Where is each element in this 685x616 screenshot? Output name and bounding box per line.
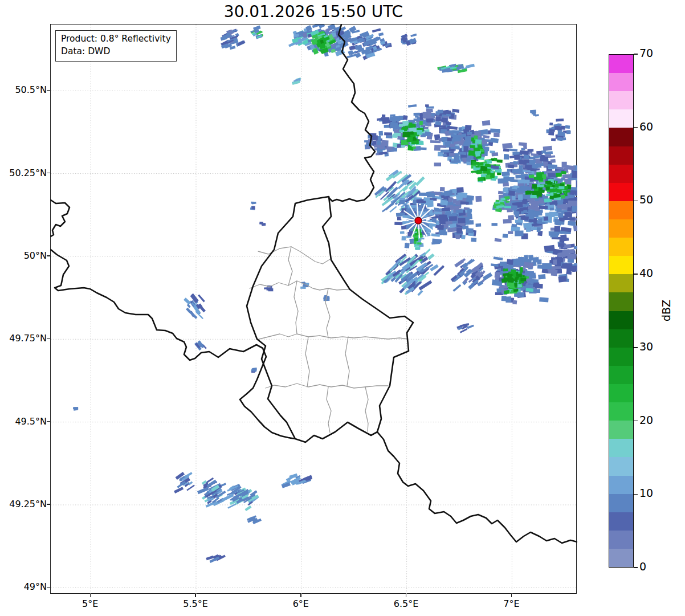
colorbar-band — [609, 348, 633, 366]
y-tick — [47, 504, 50, 505]
y-tick-label: 50°N — [0, 250, 47, 261]
y-tick-label: 50.25°N — [0, 168, 47, 178]
x-tick-label: 6°E — [275, 598, 327, 609]
x-tick-label: 5.5°E — [170, 598, 221, 609]
y-tick — [47, 90, 50, 91]
colorbar-band — [609, 256, 633, 274]
national-border — [377, 432, 577, 543]
regional-border — [294, 281, 298, 334]
colorbar-band — [609, 366, 633, 384]
colorbar-tick — [634, 201, 638, 201]
colorbar-band — [609, 531, 633, 549]
colorbar-band — [609, 292, 633, 311]
y-tick — [47, 421, 50, 422]
map-plot-area — [50, 24, 577, 594]
page-title: 30.01.2026 15:50 UTC — [50, 2, 577, 21]
colorbar-band — [609, 55, 633, 73]
colorbar-band — [609, 421, 633, 439]
x-tick — [406, 594, 407, 597]
colorbar-tick — [634, 274, 638, 274]
x-tick-label: 5°E — [64, 598, 116, 609]
colorbar-band — [609, 311, 633, 329]
y-tick — [47, 173, 50, 174]
x-tick — [511, 594, 512, 597]
colorbar-axis-label: dBZ — [660, 295, 676, 327]
product-info-line: Product: 0.8° Reflectivity — [61, 32, 171, 45]
x-tick — [90, 594, 91, 597]
x-tick — [300, 594, 301, 597]
regional-border — [345, 337, 349, 386]
y-tick-label: 49.75°N — [0, 333, 47, 344]
colorbar-band — [609, 329, 633, 348]
national-border — [51, 250, 295, 439]
radar-figure: { "title": "30.01.2026 15:50 UTC", "info… — [0, 0, 685, 616]
national-border — [51, 200, 70, 236]
colorbar-band — [609, 165, 633, 183]
colorbar-band — [609, 274, 633, 292]
colorbar-band — [609, 402, 633, 421]
colorbar-band — [609, 183, 633, 201]
y-tick-label: 50.5°N — [0, 84, 47, 95]
colorbar-band — [609, 494, 633, 512]
colorbar-tick — [634, 54, 638, 54]
y-tick — [47, 255, 50, 256]
colorbar-band — [609, 109, 633, 128]
data-source-line: Data: DWD — [61, 45, 171, 58]
y-tick-label: 49.5°N — [0, 416, 47, 427]
colorbar-band — [609, 219, 633, 238]
radar-site-marker — [415, 217, 422, 224]
colorbar-tick — [634, 347, 638, 348]
colorbar-tick — [634, 494, 638, 495]
colorbar-tick-label: 50 — [639, 193, 653, 206]
colorbar-band — [609, 439, 633, 457]
colorbar-band — [609, 549, 633, 567]
colorbar-tick-label: 30 — [639, 340, 653, 353]
y-tick — [47, 338, 50, 340]
regional-border — [365, 387, 368, 431]
colorbar-band — [609, 512, 633, 531]
colorbar — [609, 54, 634, 568]
colorbar-band — [609, 201, 633, 219]
regional-border — [257, 334, 407, 340]
colorbar-tick-label: 70 — [639, 47, 653, 59]
colorbar-tick — [634, 127, 638, 128]
y-tick-label: 49°N — [0, 581, 47, 592]
colorbar-band — [609, 128, 633, 146]
radar-map-canvas — [51, 25, 577, 594]
colorbar-tick-label: 40 — [639, 267, 653, 279]
regional-border — [327, 387, 331, 433]
colorbar-band — [609, 384, 633, 402]
colorbar-band — [609, 73, 633, 91]
regional-border — [266, 384, 388, 388]
colorbar-band — [609, 476, 633, 494]
national-border — [247, 197, 413, 442]
regional-border — [288, 247, 292, 285]
colorbar-tick — [634, 421, 638, 421]
colorbar-tick-label: 20 — [639, 414, 653, 426]
colorbar-band — [609, 238, 633, 256]
y-tick-label: 49.25°N — [0, 499, 47, 509]
colorbar-tick-label: 10 — [639, 487, 653, 499]
colorbar-tick — [634, 567, 638, 568]
x-tick-label: 6.5°E — [381, 598, 432, 609]
colorbar-band — [609, 457, 633, 475]
colorbar-band — [609, 146, 633, 165]
colorbar-band — [609, 91, 633, 109]
colorbar-tick-label: 0 — [639, 560, 646, 573]
x-tick — [195, 594, 196, 597]
regional-border — [305, 337, 309, 387]
x-tick-label: 7°E — [486, 598, 537, 609]
product-info-box: Product: 0.8° Reflectivity Data: DWD — [55, 30, 177, 62]
y-tick — [47, 587, 50, 588]
colorbar-tick-label: 60 — [639, 120, 653, 133]
